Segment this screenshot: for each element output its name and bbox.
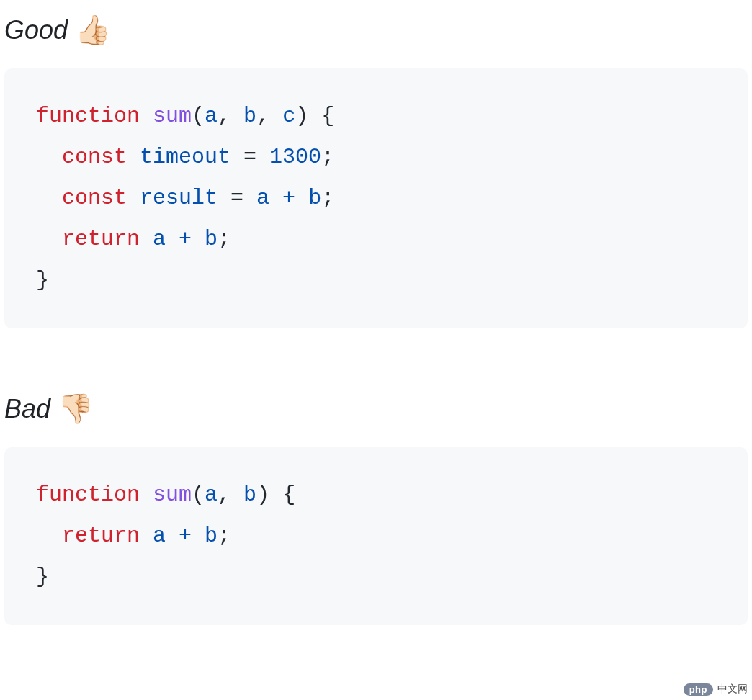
token-equals: = (230, 145, 269, 169)
bad-code-block: function sum(a, b) { return a + b; } (4, 447, 748, 625)
token-comma: , (218, 104, 243, 128)
token-paren-open: ( (192, 104, 205, 128)
token-param-a: a (205, 483, 218, 507)
token-var-result: result (140, 186, 218, 210)
token-semicolon: ; (321, 145, 334, 169)
token-keyword-function: function (36, 104, 140, 128)
token-keyword-return: return (62, 524, 140, 548)
token-paren-open: ( (192, 483, 205, 507)
token-comma: , (218, 483, 243, 507)
token-param-b: b (243, 104, 256, 128)
good-label: Good (4, 15, 68, 45)
token-plus: + (269, 186, 308, 210)
token-plus: + (166, 227, 205, 251)
token-var-timeout: timeout (140, 145, 230, 169)
token-paren-close-brace: ) { (256, 483, 295, 507)
token-comma: , (256, 104, 282, 128)
token-keyword-function: function (36, 483, 140, 507)
bad-label: Bad (4, 394, 50, 424)
token-paren-close-brace: ) { (295, 104, 334, 128)
token-function-name: sum (153, 483, 192, 507)
token-keyword-return: return (62, 227, 140, 251)
token-var-b: b (205, 227, 218, 251)
token-equals: = (218, 186, 256, 210)
token-param-c: c (282, 104, 295, 128)
token-semicolon: ; (321, 186, 334, 210)
token-var-b: b (308, 186, 321, 210)
token-var-a: a (153, 227, 166, 251)
token-function-name: sum (153, 104, 192, 128)
thumbs-up-icon: 👍🏻 (75, 13, 111, 47)
token-keyword-const: const (62, 145, 127, 169)
token-param-a: a (205, 104, 218, 128)
token-number: 1300 (269, 145, 321, 169)
token-plus: + (166, 524, 205, 548)
token-param-b: b (243, 483, 256, 507)
token-var-a: a (256, 186, 269, 210)
token-var-a: a (153, 524, 166, 548)
token-close-brace: } (36, 565, 49, 589)
bad-heading: Bad 👎🏻 (4, 392, 748, 426)
good-heading: Good 👍🏻 (4, 13, 748, 47)
token-semicolon: ; (218, 524, 230, 548)
token-close-brace: } (36, 268, 49, 292)
token-semicolon: ; (218, 227, 230, 251)
token-keyword-const: const (62, 186, 127, 210)
token-var-b: b (205, 524, 218, 548)
good-code-block: function sum(a, b, c) { const timeout = … (4, 68, 748, 328)
thumbs-down-icon: 👎🏻 (58, 392, 94, 426)
